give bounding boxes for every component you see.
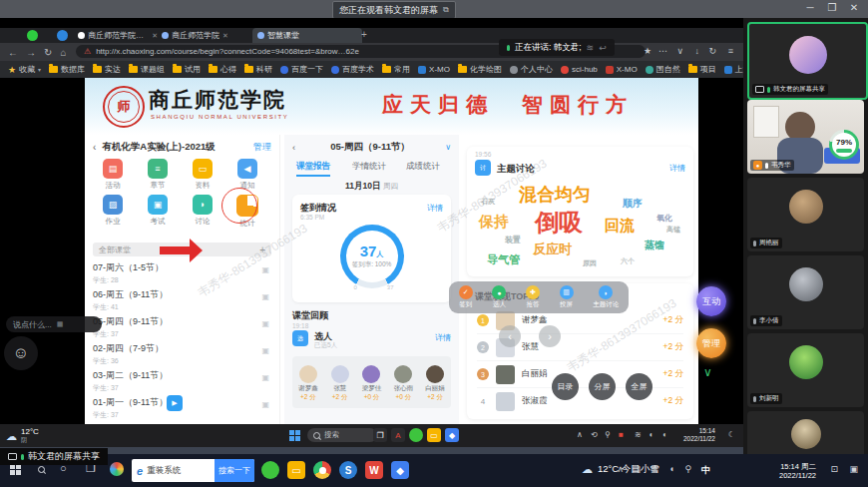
session-menu-icon[interactable]: ▣ — [261, 265, 269, 274]
image-icon[interactable]: ▦ — [57, 320, 64, 328]
browser-extension-icon-blue[interactable] — [57, 30, 68, 41]
bookmark-folder[interactable]: 课题组 — [129, 64, 165, 75]
bookmark-xmol2[interactable]: X-MO — [606, 65, 638, 74]
tab-close-icon[interactable]: ✕ — [222, 32, 228, 40]
ime-indicator[interactable]: 中 — [701, 464, 710, 477]
session-row[interactable]: 03-周二（9-11节）学生: 37▣ — [93, 369, 271, 394]
reload-icon[interactable]: ↻ — [44, 47, 52, 58]
taskbar-search[interactable]: 搜索 — [307, 428, 377, 442]
close-button[interactable]: ✕ — [846, 2, 862, 13]
bookmark-baidu-scholar[interactable]: 百度学术 — [331, 64, 374, 75]
nav-exam[interactable]: ▣考试 — [138, 195, 178, 227]
session-row[interactable]: 06-周五（9-11节）学生: 41▣ — [93, 288, 271, 313]
bookmark-folder[interactable]: 实达 — [93, 64, 121, 75]
nav-materials[interactable]: ▭资料 — [183, 159, 222, 191]
session-menu-icon[interactable]: ▣ — [261, 346, 269, 355]
bookmark-folder[interactable]: 心得 — [209, 64, 236, 75]
taskbar-clock[interactable]: 15:142022/11/22 — [683, 427, 715, 443]
home-icon[interactable]: ⌂ — [60, 47, 66, 58]
search-go-button[interactable]: 搜索一下 — [215, 459, 254, 482]
review-detail-link[interactable]: 详情 — [435, 332, 451, 343]
prev-page-button[interactable]: ‹ — [499, 325, 521, 347]
tab-learning-stats[interactable]: 学情统计 — [352, 161, 386, 173]
green-app-icon[interactable] — [261, 461, 279, 479]
participant-tile[interactable]: 刘新明 — [747, 333, 864, 407]
bookmark-star-icon[interactable]: ★ — [644, 46, 651, 56]
tab-grade-stats[interactable]: 成绩统计 — [406, 161, 440, 173]
tool-signin[interactable]: ✓签到 — [459, 285, 473, 309]
mic-tray-icon[interactable]: ⚲ — [605, 430, 611, 439]
bookmark-baidu[interactable]: 百度一下 — [280, 64, 323, 75]
nav-homework[interactable]: ▨作业 — [93, 195, 133, 227]
signin-detail-link[interactable]: 详情 — [427, 203, 443, 214]
chrome-icon[interactable] — [313, 461, 331, 479]
wps-icon[interactable]: W — [365, 461, 383, 479]
tab-teaching-platform[interactable]: 商丘师范学院网络教学平台 ✕ — [73, 28, 163, 43]
more-extensions-icon[interactable]: ⋯ — [658, 46, 667, 56]
search-icon[interactable] — [38, 466, 45, 473]
nav-activity[interactable]: ▤活动 — [93, 159, 133, 191]
participant-tile[interactable]: 李小倩 — [747, 255, 864, 329]
chevron-down-icon[interactable]: ∨ — [445, 143, 451, 152]
session-menu-icon[interactable]: ▣ — [261, 373, 269, 382]
tray-expand-icon[interactable]: ∧ — [617, 464, 624, 474]
session-menu-icon[interactable]: ▣ — [261, 292, 269, 301]
download-icon[interactable]: ↓ — [695, 46, 700, 56]
meeting-app-icon[interactable]: ◆ — [445, 428, 459, 442]
tray-expand-icon[interactable]: ∧ — [577, 430, 583, 439]
tray-folder-icon[interactable]: ▤ — [632, 464, 641, 474]
bookmark-folder[interactable]: 化学绘图 — [458, 64, 502, 75]
network-icon[interactable]: ≋ — [650, 464, 657, 474]
manage-button[interactable]: 管理 — [696, 328, 726, 358]
sync-icon[interactable]: ⟲ — [591, 430, 598, 439]
restore-button[interactable]: ❐ — [824, 2, 840, 13]
bookmark-folder[interactable]: 常用 — [382, 64, 410, 75]
catalog-button[interactable]: 目录 — [552, 373, 579, 400]
session-row[interactable]: 02-周四（7-9节）学生: 36▣ — [93, 342, 271, 367]
forward-icon[interactable]: → — [26, 47, 36, 58]
green-app-icon[interactable] — [409, 428, 423, 442]
touch-keyboard-icon[interactable]: ▣ — [849, 464, 858, 474]
volume-icon[interactable]: ◖ — [649, 430, 653, 439]
night-mode-icon[interactable]: ☾ — [728, 430, 735, 439]
sogou-icon[interactable]: S — [339, 461, 357, 479]
notification-center-icon[interactable]: ⊡ — [830, 464, 838, 474]
dropdown-icon[interactable]: ∨ — [676, 46, 683, 56]
tool-cast[interactable]: ▥投屏 — [560, 285, 574, 309]
session-menu-icon[interactable]: ▣ — [261, 400, 269, 409]
tool-quiz[interactable]: ✚抢答 — [526, 285, 540, 309]
new-tab-button[interactable]: + — [361, 29, 367, 40]
bookmark-xmol[interactable]: X-MO — [418, 65, 450, 74]
task-view-icon[interactable]: ❐ — [373, 428, 387, 442]
play-button[interactable]: ▶ — [167, 395, 183, 411]
tab-university[interactable]: 商丘师范学院 ✕ — [157, 28, 258, 43]
start-button[interactable] — [10, 464, 21, 475]
acrobat-icon[interactable]: A — [391, 428, 405, 442]
menu-icon[interactable]: ≡ — [728, 46, 733, 56]
file-explorer-icon[interactable]: ▭ — [427, 428, 441, 442]
meeting-app-icon[interactable]: ◆ — [391, 461, 409, 479]
collapse-chevron-icon[interactable]: ∨ — [703, 365, 712, 379]
emoji-button[interactable]: ☺ — [4, 336, 38, 370]
link-icon[interactable]: ⚲ — [684, 464, 691, 474]
taskbar-clock[interactable]: 15:14 周二2022/11/22 — [779, 462, 816, 480]
session-row[interactable]: 05-周四（9-11节）学生: 37▣ — [93, 315, 271, 340]
bookmark-favorites[interactable]: ★收藏▾ — [8, 64, 41, 75]
discussion-detail-link[interactable]: 详情 — [669, 163, 685, 174]
bookmark-folder[interactable]: 试用 — [173, 64, 201, 75]
tool-pick[interactable]: ●选人 — [492, 285, 506, 309]
taskbar-search-box[interactable]: e 重装系统 搜索一下 — [132, 459, 254, 482]
nav-chapters[interactable]: ≡章节 — [138, 159, 178, 191]
file-explorer-icon[interactable]: ▭ — [287, 461, 305, 479]
split-screen-button[interactable]: 分屏 — [589, 373, 616, 400]
history-icon[interactable]: ↻ — [708, 46, 716, 56]
bookmark-profile[interactable]: 个人中心 — [510, 64, 553, 75]
minimize-button[interactable]: ─ — [802, 2, 818, 13]
pen-icon[interactable]: ◐ — [662, 430, 667, 439]
participant-tile[interactable]: 周艳丽 — [747, 178, 864, 251]
pick-activity-row[interactable]: 选 选人 已选5人 详情 — [292, 330, 451, 350]
nav-discussion[interactable]: ◗讨论 — [183, 195, 222, 227]
nav-notice[interactable]: ◀通知 — [227, 159, 267, 191]
pinwheel-app-icon[interactable] — [110, 462, 124, 476]
recording-icon[interactable]: ■ — [619, 430, 624, 439]
